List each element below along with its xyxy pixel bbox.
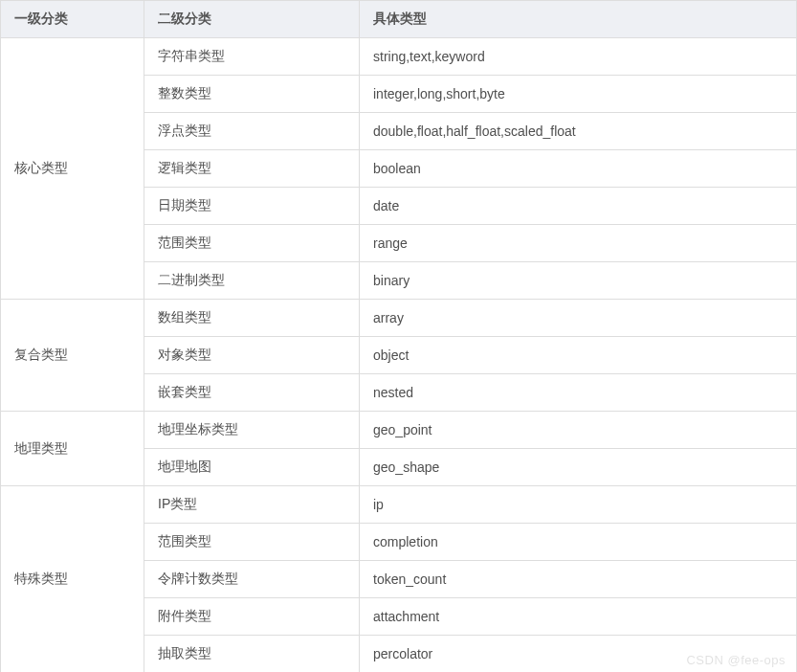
header-level1: 一级分类: [1, 1, 144, 38]
types-cell: object: [360, 337, 797, 374]
table-header-row: 一级分类 二级分类 具体类型: [1, 1, 797, 38]
types-cell: boolean: [360, 150, 797, 188]
table-row: 地理类型 地理坐标类型 geo_point: [1, 412, 797, 449]
level2-cell: 地理地图: [144, 449, 360, 486]
level2-cell: 数组类型: [144, 300, 360, 337]
types-cell: ip: [360, 486, 797, 524]
types-cell: integer,long,short,byte: [360, 76, 797, 113]
level2-cell: 抽取类型: [144, 636, 360, 673]
level2-cell: 范围类型: [144, 225, 360, 262]
types-cell: attachment: [360, 598, 797, 636]
header-level2: 二级分类: [144, 1, 360, 38]
table-row: 核心类型 字符串类型 string,text,keyword: [1, 38, 797, 76]
level2-cell: 字符串类型: [144, 38, 360, 76]
types-cell: double,float,half_float,scaled_float: [360, 113, 797, 150]
types-cell: token_count: [360, 561, 797, 598]
table-row: 复合类型 数组类型 array: [1, 300, 797, 337]
types-cell: range: [360, 225, 797, 262]
level2-cell: 令牌计数类型: [144, 561, 360, 598]
types-cell: percolator: [360, 636, 797, 673]
level2-cell: 浮点类型: [144, 113, 360, 150]
types-cell: geo_shape: [360, 449, 797, 486]
types-cell: completion: [360, 524, 797, 561]
types-cell: date: [360, 188, 797, 225]
types-cell: string,text,keyword: [360, 38, 797, 76]
level2-cell: 嵌套类型: [144, 374, 360, 412]
table-body: 核心类型 字符串类型 string,text,keyword 整数类型 inte…: [1, 38, 797, 673]
table-row: 特殊类型 IP类型 ip: [1, 486, 797, 524]
level2-cell: 整数类型: [144, 76, 360, 113]
level2-cell: 逻辑类型: [144, 150, 360, 188]
level1-cell: 核心类型: [1, 38, 144, 300]
header-types: 具体类型: [360, 1, 797, 38]
level2-cell: 范围类型: [144, 524, 360, 561]
level2-cell: 二进制类型: [144, 262, 360, 300]
types-cell: array: [360, 300, 797, 337]
types-cell: binary: [360, 262, 797, 300]
types-cell: nested: [360, 374, 797, 412]
level2-cell: 附件类型: [144, 598, 360, 636]
level1-cell: 地理类型: [1, 412, 144, 486]
level2-cell: 对象类型: [144, 337, 360, 374]
level1-cell: 特殊类型: [1, 486, 144, 673]
level1-cell: 复合类型: [1, 300, 144, 412]
level2-cell: 日期类型: [144, 188, 360, 225]
level2-cell: IP类型: [144, 486, 360, 524]
type-classification-table: 一级分类 二级分类 具体类型 核心类型 字符串类型 string,text,ke…: [0, 0, 797, 672]
level2-cell: 地理坐标类型: [144, 412, 360, 449]
types-cell: geo_point: [360, 412, 797, 449]
